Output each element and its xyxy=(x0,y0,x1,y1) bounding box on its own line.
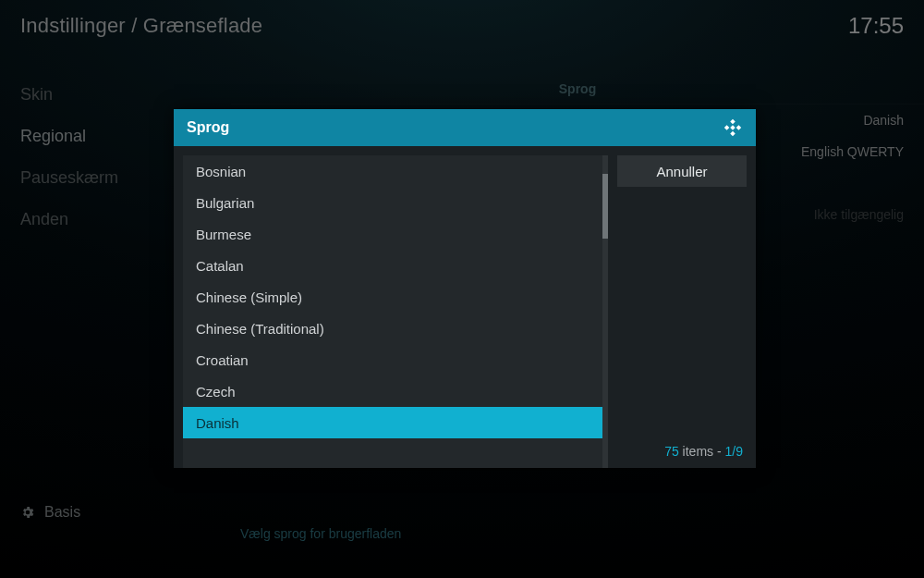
list-item[interactable]: Danish xyxy=(183,407,602,438)
kodi-logo-icon xyxy=(723,117,743,138)
scrollbar-thumb[interactable] xyxy=(602,174,608,239)
list-item[interactable]: Chinese (Traditional) xyxy=(183,313,602,344)
list-item[interactable]: Bulgarian xyxy=(183,187,602,218)
list-item[interactable]: Czech xyxy=(183,375,602,407)
list-item[interactable]: Bosnian xyxy=(183,155,602,187)
scrollbar[interactable] xyxy=(602,155,608,468)
dialog-header: Sprog xyxy=(174,109,756,146)
list-item[interactable]: Croatian xyxy=(183,344,602,375)
language-list: BosnianBulgarianBurmeseCatalanChinese (S… xyxy=(183,155,608,468)
pager-total-items: 75 xyxy=(664,444,679,459)
list-item[interactable]: Catalan xyxy=(183,250,602,281)
cancel-button[interactable]: Annuller xyxy=(617,155,747,187)
list-item[interactable]: Burmese xyxy=(183,218,602,250)
pager-page: 1/9 xyxy=(725,444,743,459)
pager: 75 items - 1/9 xyxy=(617,438,747,468)
list-item[interactable]: Chinese (Simple) xyxy=(183,281,602,313)
language-dialog: Sprog BosnianBulgarianBurmeseCatalanChin… xyxy=(174,109,756,468)
dialog-title: Sprog xyxy=(187,119,229,136)
